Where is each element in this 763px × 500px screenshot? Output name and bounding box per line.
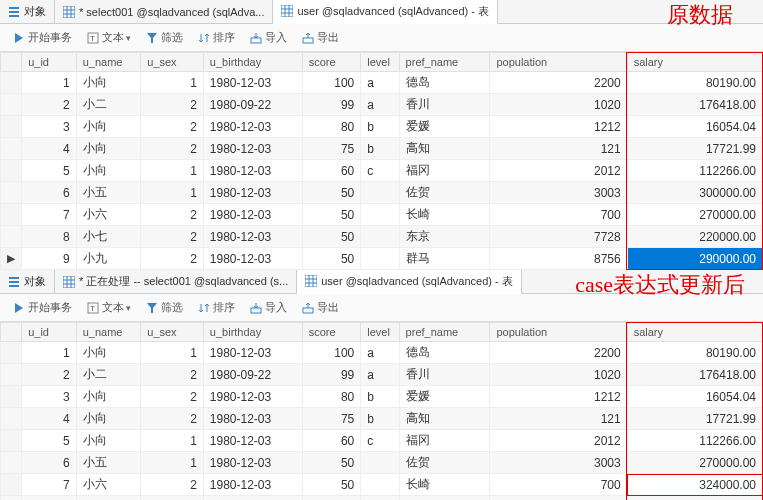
cell-ubirthday[interactable]: 1980-12-03 bbox=[203, 474, 302, 496]
table-row[interactable]: 3小向21980-12-0380b爱媛121216054.04 bbox=[1, 116, 763, 138]
start-transaction-button[interactable]: 开始事务 bbox=[6, 298, 78, 317]
table-row[interactable]: 4小向21980-12-0375b高知12117721.99 bbox=[1, 408, 763, 430]
cell-ubirthday[interactable]: 1980-12-03 bbox=[203, 72, 302, 94]
cell-usex[interactable]: 2 bbox=[141, 364, 204, 386]
col-level[interactable]: level bbox=[361, 53, 399, 72]
cell-level[interactable] bbox=[361, 452, 399, 474]
cell-uname[interactable]: 小向 bbox=[76, 72, 141, 94]
sort-button[interactable]: 排序 bbox=[191, 28, 241, 47]
cell-uname[interactable]: 小七 bbox=[76, 496, 141, 501]
cell-ubirthday[interactable]: 1980-12-03 bbox=[203, 342, 302, 364]
cell-uname[interactable]: 小向 bbox=[76, 430, 141, 452]
cell-level[interactable] bbox=[361, 496, 399, 501]
data-grid-bottom[interactable]: u_id u_name u_sex u_birthday score level… bbox=[0, 322, 763, 500]
cell-usex[interactable]: 1 bbox=[141, 182, 204, 204]
cell-uname[interactable]: 小二 bbox=[76, 364, 141, 386]
cell-uname[interactable]: 小向 bbox=[76, 116, 141, 138]
col-usex[interactable]: u_sex bbox=[141, 323, 204, 342]
cell-uid[interactable]: 7 bbox=[22, 474, 77, 496]
cell-usex[interactable]: 1 bbox=[141, 452, 204, 474]
cell-ubirthday[interactable]: 1980-12-03 bbox=[203, 204, 302, 226]
cell-ubirthday[interactable]: 1980-12-03 bbox=[203, 160, 302, 182]
cell-population[interactable]: 700 bbox=[490, 474, 627, 496]
cell-population[interactable]: 3003 bbox=[490, 182, 627, 204]
cell-score[interactable]: 75 bbox=[302, 138, 361, 160]
cell-salary[interactable]: 176418.00 bbox=[627, 364, 762, 386]
col-uname[interactable]: u_name bbox=[76, 323, 141, 342]
text-button[interactable]: T文本▾ bbox=[80, 298, 137, 317]
cell-usex[interactable]: 2 bbox=[141, 226, 204, 248]
cell-uname[interactable]: 小向 bbox=[76, 342, 141, 364]
col-prefname[interactable]: pref_name bbox=[399, 53, 490, 72]
cell-population[interactable]: 8756 bbox=[490, 248, 627, 270]
cell-score[interactable]: 99 bbox=[302, 364, 361, 386]
cell-score[interactable]: 50 bbox=[302, 452, 361, 474]
col-salary[interactable]: salary bbox=[627, 323, 762, 342]
table-row[interactable]: 7小六21980-12-0350长崎700324000.00 bbox=[1, 474, 763, 496]
export-button[interactable]: 导出 bbox=[295, 298, 345, 317]
cell-score[interactable]: 50 bbox=[302, 182, 361, 204]
cell-population[interactable]: 1212 bbox=[490, 386, 627, 408]
cell-prefname[interactable]: 爱媛 bbox=[399, 116, 490, 138]
cell-ubirthday[interactable]: 1980-12-03 bbox=[203, 386, 302, 408]
cell-salary[interactable]: 16054.04 bbox=[627, 386, 762, 408]
cell-uid[interactable]: 4 bbox=[22, 138, 77, 160]
cell-population[interactable]: 2012 bbox=[490, 430, 627, 452]
cell-usex[interactable]: 2 bbox=[141, 94, 204, 116]
cell-population[interactable]: 7728 bbox=[490, 226, 627, 248]
cell-uid[interactable]: 5 bbox=[22, 160, 77, 182]
cell-prefname[interactable]: 香川 bbox=[399, 94, 490, 116]
cell-prefname[interactable]: 德岛 bbox=[399, 342, 490, 364]
cell-prefname[interactable]: 高知 bbox=[399, 408, 490, 430]
cell-ubirthday[interactable]: 1980-12-03 bbox=[203, 496, 302, 501]
data-grid-top[interactable]: u_id u_name u_sex u_birthday score level… bbox=[0, 52, 763, 270]
cell-prefname[interactable]: 东京 bbox=[399, 226, 490, 248]
cell-population[interactable]: 2200 bbox=[490, 72, 627, 94]
cell-population[interactable]: 121 bbox=[490, 138, 627, 160]
cell-score[interactable]: 80 bbox=[302, 386, 361, 408]
cell-ubirthday[interactable]: 1980-12-03 bbox=[203, 452, 302, 474]
cell-uname[interactable]: 小五 bbox=[76, 452, 141, 474]
start-transaction-button[interactable]: 开始事务 bbox=[6, 28, 78, 47]
table-row[interactable]: 3小向21980-12-0380b爱媛121216054.04 bbox=[1, 386, 763, 408]
cell-ubirthday[interactable]: 1980-12-03 bbox=[203, 248, 302, 270]
cell-score[interactable]: 50 bbox=[302, 496, 361, 501]
cell-score[interactable]: 60 bbox=[302, 430, 361, 452]
cell-prefname[interactable]: 佐贺 bbox=[399, 452, 490, 474]
cell-usex[interactable]: 2 bbox=[141, 408, 204, 430]
cell-uid[interactable]: 1 bbox=[22, 342, 77, 364]
cell-prefname[interactable]: 东京 bbox=[399, 496, 490, 501]
col-level[interactable]: level bbox=[361, 323, 399, 342]
col-score[interactable]: score bbox=[302, 53, 361, 72]
tab-select001[interactable]: * select001 @sqladvanced (sqlAdva... bbox=[55, 0, 273, 24]
table-row[interactable]: 7小六21980-12-0350长崎700270000.00 bbox=[1, 204, 763, 226]
cell-score[interactable]: 50 bbox=[302, 474, 361, 496]
text-button[interactable]: T文本▾ bbox=[80, 28, 137, 47]
cell-uid[interactable]: 3 bbox=[22, 116, 77, 138]
table-row[interactable]: 6小五11980-12-0350佐贺3003270000.00 bbox=[1, 452, 763, 474]
cell-prefname[interactable]: 福冈 bbox=[399, 160, 490, 182]
cell-level[interactable]: a bbox=[361, 72, 399, 94]
table-row[interactable]: 2小二21980-09-2299a香川1020176418.00 bbox=[1, 94, 763, 116]
cell-prefname[interactable]: 高知 bbox=[399, 138, 490, 160]
cell-uid[interactable]: 6 bbox=[22, 182, 77, 204]
cell-level[interactable]: c bbox=[361, 160, 399, 182]
cell-uname[interactable]: 小七 bbox=[76, 226, 141, 248]
cell-score[interactable]: 60 bbox=[302, 160, 361, 182]
cell-uid[interactable]: 8 bbox=[22, 496, 77, 501]
cell-prefname[interactable]: 长崎 bbox=[399, 204, 490, 226]
cell-level[interactable] bbox=[361, 248, 399, 270]
table-row[interactable]: 1小向11980-12-03100a德岛220080190.00 bbox=[1, 342, 763, 364]
tab-objects[interactable]: 对象 bbox=[0, 0, 55, 24]
cell-score[interactable]: 100 bbox=[302, 342, 361, 364]
cell-level[interactable]: b bbox=[361, 386, 399, 408]
cell-salary[interactable]: 80190.00 bbox=[627, 342, 762, 364]
cell-population[interactable]: 3003 bbox=[490, 452, 627, 474]
tab-objects[interactable]: 对象 bbox=[0, 270, 55, 294]
cell-ubirthday[interactable]: 1980-12-03 bbox=[203, 430, 302, 452]
cell-salary[interactable]: 270000.00 bbox=[627, 204, 762, 226]
cell-level[interactable] bbox=[361, 474, 399, 496]
cell-usex[interactable]: 2 bbox=[141, 116, 204, 138]
cell-uname[interactable]: 小六 bbox=[76, 204, 141, 226]
import-button[interactable]: 导入 bbox=[243, 298, 293, 317]
